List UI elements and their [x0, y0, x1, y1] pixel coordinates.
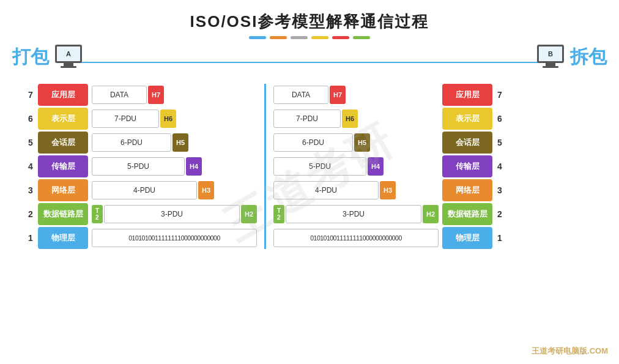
left-pdu-1: 0101010011111111000000000000 [92, 227, 257, 249]
dot-2 [270, 36, 287, 39]
right-data-box-7: DATA [273, 86, 328, 104]
right-layer-num-6: 6 [497, 108, 502, 130]
left-data-box-5: 6-PDU [92, 133, 171, 152]
right-layer-num-7: 7 [497, 84, 502, 106]
left-layer-7: 应用层 [38, 84, 88, 106]
right-pdu-1: 0101010011111111000000000000 [273, 227, 439, 249]
left-h5: H5 [172, 133, 188, 152]
right-pdu-6: 7-PDU H6 [273, 108, 439, 130]
layer-num-2: 2 [28, 203, 33, 225]
monitor-b-label: B [548, 50, 553, 58]
middle-divider [264, 84, 266, 249]
left-binary: 0101010011111111000000000000 [92, 229, 257, 247]
left-layer-6: 表示层 [38, 108, 88, 130]
right-pdu-2: T2 3-PDU H2 [273, 203, 439, 225]
left-data-box-2: 3-PDU [104, 205, 240, 223]
right-layer-6: 表示层 [442, 108, 492, 130]
right-data-box-5: 6-PDU [273, 133, 353, 152]
right-layer-num-4: 4 [497, 155, 502, 177]
right-layer-num-3: 3 [497, 179, 502, 201]
dot-6 [353, 36, 370, 39]
layer-num-5: 5 [28, 132, 33, 154]
left-pdu-5: 6-PDU H5 [92, 132, 257, 154]
left-h7: H7 [148, 86, 164, 104]
right-layer-1: 物理层 [442, 227, 492, 249]
computer-a: A [55, 45, 82, 68]
right-t2: T2 [273, 205, 284, 223]
right-layer-3: 网络层 [442, 179, 492, 201]
right-h5: H5 [354, 133, 370, 152]
right-layer-7: 应用层 [442, 84, 492, 106]
color-dots [0, 36, 619, 39]
bottom-watermark: 王道考研电脑版.COM [532, 346, 608, 357]
left-layer-3: 网络层 [38, 179, 88, 201]
layer-num-1: 1 [28, 227, 33, 249]
left-pdu-7: DATA H7 [92, 84, 257, 106]
dot-4 [311, 36, 328, 39]
right-binary: 0101010011111111000000000000 [273, 229, 439, 247]
left-layer-2: 数据链路层 [38, 203, 88, 225]
computer-b: B [537, 45, 564, 68]
dot-5 [332, 36, 349, 39]
layer-num-4: 4 [28, 155, 33, 177]
layer-num-6: 6 [28, 108, 33, 130]
left-layer-4: 传输层 [38, 155, 88, 177]
right-h3: H3 [380, 181, 396, 199]
base-a [61, 66, 76, 68]
layer-num-3: 3 [28, 179, 33, 201]
left-data-box-3: 4-PDU [92, 181, 197, 199]
right-h4: H4 [368, 157, 384, 176]
left-data-box-4: 5-PDU [92, 157, 185, 176]
right-layer-4: 传输层 [442, 155, 492, 177]
right-pdu-7: DATA H7 [273, 84, 439, 106]
right-pdu-3: 4-PDU H3 [273, 179, 439, 201]
right-h2: H2 [423, 205, 439, 223]
left-data-box-7: DATA [92, 86, 147, 104]
right-data-box-4: 5-PDU [273, 157, 366, 176]
main-title: ISO/OSI参考模型解释通信过程 [0, 11, 619, 32]
layer-num-7: 7 [28, 84, 33, 106]
right-h7: H7 [330, 86, 346, 104]
dot-1 [249, 36, 266, 39]
right-pdu-4: 5-PDU H4 [273, 155, 439, 177]
base-b [543, 66, 558, 68]
left-t2: T2 [92, 205, 103, 223]
right-data-box-6: 7-PDU [273, 110, 341, 128]
right-layer-num-5: 5 [497, 132, 502, 154]
right-layer-2: 数据链路层 [442, 203, 492, 225]
right-layer-num-2: 2 [497, 203, 502, 225]
page: ISO/OSI参考模型解释通信过程 打包 拆包 A [0, 0, 619, 364]
left-pdu-6: 7-PDU H6 [92, 108, 257, 130]
left-h2: H2 [241, 205, 257, 223]
left-pdu-4: 5-PDU H4 [92, 155, 257, 177]
left-pdu-3: 4-PDU H3 [92, 179, 257, 201]
title-area: ISO/OSI参考模型解释通信过程 [0, 0, 619, 42]
left-layer-1: 物理层 [38, 227, 88, 249]
right-h6: H6 [342, 110, 358, 128]
monitor-b: B [537, 45, 564, 63]
left-h4: H4 [186, 157, 202, 176]
right-layer-num-1: 1 [497, 227, 502, 249]
left-layer-5: 会话层 [38, 132, 88, 154]
h-line [73, 62, 546, 63]
right-layer-5: 会话层 [442, 132, 492, 154]
right-data-box-2: 3-PDU [286, 205, 421, 223]
left-pdu-2: T2 3-PDU H2 [92, 203, 257, 225]
dot-3 [291, 36, 308, 39]
left-h6: H6 [160, 110, 176, 128]
right-data-box-3: 4-PDU [273, 181, 379, 199]
monitor-a: A [55, 45, 82, 63]
right-pdu-5: 6-PDU H5 [273, 132, 439, 154]
left-h3: H3 [198, 181, 214, 199]
monitor-a-label: A [66, 50, 71, 58]
left-data-box-6: 7-PDU [92, 110, 159, 128]
